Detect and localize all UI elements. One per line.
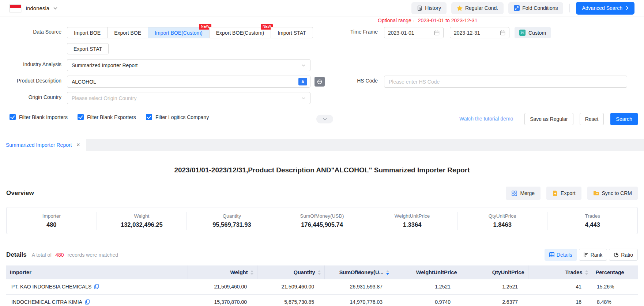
view-details-button[interactable]: Details — [545, 249, 577, 261]
close-icon[interactable]: ✕ — [76, 142, 80, 148]
tab-import-boe[interactable]: Import BOE — [67, 27, 108, 38]
regular-cond-button[interactable]: Regular Cond. — [451, 2, 504, 14]
column-header-weight[interactable]: Weight — [188, 265, 257, 279]
collapse-conditions-button[interactable] — [316, 115, 333, 123]
stat-label: WeightUnitPrice — [367, 213, 457, 219]
tab-export-stat[interactable]: Export STAT — [67, 43, 109, 54]
column-label: Importer — [10, 269, 31, 275]
hs-code-input[interactable] — [384, 76, 627, 88]
save-as-regular-button[interactable]: Save as Regular — [524, 113, 573, 125]
sync-to-crm-label: Sync to CRM — [602, 190, 632, 196]
column-label: QtyUnitPrice — [492, 269, 524, 275]
chevron-down-icon — [301, 96, 306, 100]
chevron-down-icon — [301, 63, 306, 68]
end-date-field[interactable] — [450, 27, 509, 38]
translate-icon[interactable]: A — [298, 78, 307, 85]
origin-country-select[interactable]: Please select Origin Country — [67, 92, 310, 104]
column-header-importer[interactable]: Importer — [6, 265, 188, 279]
chevron-down-icon[interactable] — [53, 6, 58, 11]
star-icon — [457, 5, 463, 11]
start-date-input[interactable] — [388, 30, 434, 36]
sort-icon[interactable] — [585, 270, 588, 275]
importer-name[interactable]: PT. KAO INDONESIA CHEMICALS — [11, 284, 91, 290]
column-header-sum-of-money[interactable]: SumOfMoney(U... — [324, 265, 393, 279]
cell-trades: 16 — [528, 294, 592, 306]
search-button[interactable]: Search — [610, 113, 638, 125]
indonesia-flag-icon — [10, 4, 21, 12]
merge-button[interactable]: Merge — [506, 187, 541, 200]
industry-analysis-label: Industry Analysis — [0, 61, 61, 67]
cell-qty-unit-price: 1.2521 — [461, 279, 528, 294]
fold-conditions-button[interactable]: Fold Conditions — [508, 2, 563, 14]
product-description-input[interactable] — [72, 79, 298, 85]
stat-trades: Trades 4,443 — [547, 212, 637, 230]
copy-icon[interactable] — [85, 299, 90, 305]
tab-summarized-importer-report[interactable]: Summarized Importer Report ✕ — [0, 139, 86, 151]
tab-import-stat[interactable]: Import STAT — [271, 27, 313, 38]
stat-value: 132,032,496.25 — [97, 221, 187, 228]
column-label: Weight — [230, 269, 248, 275]
regular-cond-label: Regular Cond. — [465, 5, 498, 11]
summary-prefix: A total of — [32, 252, 52, 258]
origin-country-placeholder: Please select Origin Country — [72, 95, 136, 101]
stat-value: 1.8463 — [457, 221, 547, 228]
table-row: INDOCHEMICAL CITRA KIMIA 15,370,870.00 5… — [6, 294, 638, 306]
stat-weight-unit-price: WeightUnitPrice 1.3364 — [367, 212, 457, 230]
tab-label: Import BOE — [74, 30, 101, 36]
advanced-search-label: Advanced Search — [582, 5, 622, 11]
sort-icon-active-desc[interactable] — [386, 270, 389, 275]
view-switcher: Details Rank Ratio — [545, 249, 638, 261]
top-bar: Indonesia History Regular Cond. — [0, 0, 644, 16]
topbar-actions: History Regular Cond. Fold Conditions Ad… — [411, 2, 634, 15]
export-button[interactable]: Export — [546, 187, 581, 200]
checkbox-checked-icon — [78, 114, 84, 120]
sync-to-crm-button[interactable]: Sync to CRM — [587, 187, 638, 200]
importer-name[interactable]: INDOCHEMICAL CITRA KIMIA — [11, 299, 82, 305]
column-header-percentage[interactable]: Percentage — [592, 265, 638, 279]
sort-icon[interactable] — [251, 270, 253, 275]
details-summary: A total of 480 records were matched — [32, 252, 118, 258]
tab-label: Export STAT — [74, 46, 102, 52]
table-row: PT. KAO INDONESIA CHEMICALS 21,509,460.0… — [6, 279, 638, 294]
tab-import-boe-custom[interactable]: Import BOE(Custom)NEW — [148, 27, 210, 38]
industry-analysis-select[interactable]: Summarized Importer Report — [67, 59, 310, 71]
tab-export-boe-custom[interactable]: Export BOE(Custom)NEW — [209, 27, 271, 38]
column-header-trades[interactable]: Trades — [528, 265, 592, 279]
stat-value: 4,443 — [547, 221, 637, 228]
column-header-weight-unit-price[interactable]: WeightUnitPrice — [393, 265, 461, 279]
filter-logistics-company-checkbox[interactable]: Filter Logitics Company — [146, 114, 209, 120]
summary-suffix: records were matched — [68, 252, 118, 258]
view-ratio-button[interactable]: Ratio — [609, 249, 638, 261]
stat-value: 176,445,905.74 — [277, 221, 367, 228]
tutorial-demo-link[interactable]: Watch the tutorial demo — [459, 116, 513, 122]
filter-blank-importers-checkbox[interactable]: Filter Blank Importers — [10, 114, 68, 120]
advanced-search-button[interactable]: Advanced Search — [576, 2, 634, 15]
column-label: Percentage — [596, 269, 624, 275]
end-date-input[interactable] — [454, 30, 500, 36]
history-icon — [417, 5, 422, 11]
reset-button[interactable]: Reset — [580, 113, 604, 125]
sort-icon[interactable] — [318, 270, 321, 275]
stat-label: Trades — [547, 213, 637, 219]
summary-count: 480 — [54, 252, 65, 258]
column-header-qty-unit-price[interactable]: QtyUnitPrice — [461, 265, 528, 279]
country-selector-label[interactable]: Indonesia — [26, 5, 49, 11]
history-button[interactable]: History — [411, 2, 447, 14]
custom-label: Custom — [528, 30, 546, 36]
copy-icon[interactable] — [94, 284, 99, 289]
custom-range-button[interactable]: ⌘ Custom — [515, 27, 551, 38]
calendar-icon — [434, 30, 440, 35]
optional-range-hint: Optional range： 2023-01-01 to 2023-12-31 — [378, 18, 477, 24]
view-label: Rank — [591, 252, 603, 258]
tab-export-boe[interactable]: Export BOE — [107, 27, 148, 38]
column-header-quantity[interactable]: Quantity — [257, 265, 324, 279]
view-rank-button[interactable]: Rank — [579, 249, 607, 261]
app-window: Indonesia History Regular Cond. — [0, 0, 644, 306]
product-description-field[interactable]: A — [67, 76, 310, 88]
origin-country-label: Origin Country — [0, 94, 61, 100]
start-date-field[interactable] — [384, 27, 444, 38]
tab-label: Export BOE — [114, 30, 141, 36]
ratio-icon — [614, 252, 619, 257]
checkbox-checked-icon — [146, 114, 152, 120]
filter-blank-exporters-checkbox[interactable]: Filter Blank Exporters — [78, 114, 136, 120]
